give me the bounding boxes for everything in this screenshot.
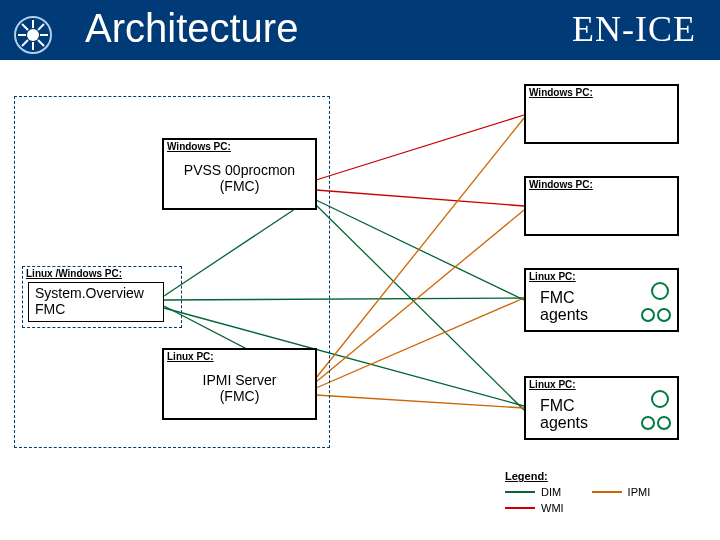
logo-icon [12,14,54,56]
label-linuxpc-2: Linux PC: [526,378,677,390]
agent-circle-icon [651,390,669,408]
legend-title: Legend: [505,470,650,482]
procmon-line1: PVSS 00procmon [164,162,315,178]
svg-line-10 [316,298,524,388]
agent-circle-icon [657,308,671,322]
slide-header: Architecture EN-ICE [0,0,720,60]
label-winpc-1: Windows PC: [526,86,677,98]
agent-circle-icon [651,282,669,300]
legend-label-dim: DIM [541,486,561,498]
svg-point-21 [27,29,39,41]
label-winpc-2: Windows PC: [526,178,677,190]
box-procmon-label: Windows PC: [164,140,315,152]
legend-swatch-wmi [505,507,535,509]
legend-swatch-ipmi [592,491,622,493]
box-winpc-2: Windows PC: [524,176,679,236]
box-ipmi-server: Linux PC: IPMI Server (FMC) [162,348,317,420]
agents-label-1: FMCagents [540,290,588,324]
legend-swatch-dim [505,491,535,493]
svg-line-0 [316,115,524,180]
box-winpc-1: Windows PC: [524,84,679,144]
procmon-line2: (FMC) [164,178,315,194]
box-linuxpc-2: Linux PC: FMCagents [524,376,679,440]
brand-label: EN-ICE [572,8,696,50]
legend-label-wmi: WMI [541,502,564,514]
box-procmon: Windows PC: PVSS 00procmon (FMC) [162,138,317,210]
legend-label-ipmi: IPMI [628,486,651,498]
svg-line-8 [316,118,524,378]
label-linuxpc-1: Linux PC: [526,270,677,282]
ipmi-line2: (FMC) [164,388,315,404]
sysov-line2: FMC [35,301,163,317]
svg-line-6 [316,200,524,300]
agent-circle-icon [641,416,655,430]
agent-circle-icon [657,416,671,430]
ipmi-line1: IPMI Server [164,372,315,388]
box-ipmi-label: Linux PC: [164,350,315,362]
agents-label-2: FMCagents [540,398,588,432]
group-label-linwin: Linux /Windows PC: [26,268,122,279]
box-linuxpc-1: Linux PC: FMCagents [524,268,679,332]
svg-line-1 [316,190,524,206]
box-system-overview: System.Overview FMC [28,282,164,322]
legend: Legend: DIM WMI IPMI [505,470,650,516]
agent-circle-icon [641,308,655,322]
sysov-line1: System.Overview [35,285,163,301]
page-title: Architecture [85,6,298,51]
